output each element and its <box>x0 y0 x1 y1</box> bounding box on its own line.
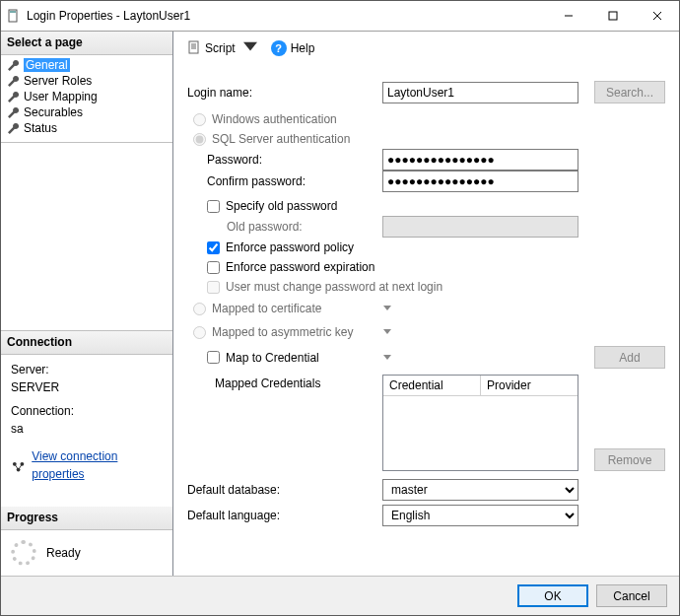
connection-props-icon <box>11 459 26 471</box>
must-change-checkbox <box>207 281 220 294</box>
wrench-icon <box>7 91 20 103</box>
progress-status: Ready <box>46 546 81 560</box>
add-button: Add <box>594 346 665 369</box>
search-button: Search... <box>594 81 665 103</box>
page-item-label: User Mapping <box>24 90 98 103</box>
map-credential-checkbox[interactable] <box>207 351 220 364</box>
old-password-field <box>382 216 578 238</box>
password-field[interactable] <box>382 149 578 171</box>
password-label: Password: <box>187 149 374 171</box>
remove-button: Remove <box>594 448 665 471</box>
progress-header: Progress <box>1 507 172 530</box>
page-item-server-roles[interactable]: Server Roles <box>3 73 170 89</box>
page-item-securables[interactable]: Securables <box>3 104 170 120</box>
cancel-button[interactable]: Cancel <box>596 584 667 607</box>
default-language-label: Default language: <box>187 509 374 522</box>
svg-rect-1 <box>10 11 16 13</box>
col-provider: Provider <box>481 376 578 396</box>
page-item-label: Server Roles <box>24 74 92 88</box>
svg-rect-3 <box>609 12 617 20</box>
enforce-expiration-label: Enforce password expiration <box>226 260 374 274</box>
script-label: Script <box>205 41 236 55</box>
map-credential-label: Map to Credential <box>226 351 319 365</box>
app-icon <box>7 9 21 23</box>
connection-body: Server: SERVER Connection: sa View conne… <box>1 355 172 487</box>
connection-header: Connection <box>1 331 172 355</box>
progress-spinner-icon <box>11 540 36 566</box>
form-body: Login name: Search... Windows authentica… <box>173 65 679 576</box>
enforce-policy-checkbox[interactable] <box>207 241 220 254</box>
page-item-general[interactable]: General <box>3 57 170 73</box>
maximize-button[interactable] <box>590 1 635 31</box>
mapped-cert-label: Mapped to certificate <box>212 302 321 315</box>
title-bar: Login Properties - LaytonUser1 <box>1 1 679 31</box>
dialog-buttons: OK Cancel <box>1 576 679 615</box>
help-button[interactable]: ? Help <box>267 37 319 59</box>
windows-auth-label: Windows authentication <box>212 112 337 126</box>
mapped-cert-radio <box>193 303 206 315</box>
ok-button[interactable]: OK <box>517 584 588 607</box>
col-credential: Credential <box>383 376 481 396</box>
view-connection-properties-link[interactable]: View connection properties <box>32 447 167 483</box>
must-change-label: User must change password at next login <box>226 280 442 294</box>
specify-old-password-checkbox[interactable] <box>207 200 220 213</box>
default-database-label: Default database: <box>187 483 374 497</box>
connection-value: sa <box>11 420 167 438</box>
server-label: Server: <box>11 361 167 378</box>
mapped-asym-combo <box>382 325 578 339</box>
login-name-field[interactable] <box>382 82 578 103</box>
window-title: Login Properties - LaytonUser1 <box>27 9 546 23</box>
toolbar: Script ? Help <box>173 32 679 65</box>
mapped-asym-radio <box>193 326 206 339</box>
sql-auth-label: SQL Server authentication <box>212 132 350 146</box>
map-credential-combo <box>382 351 578 365</box>
svg-line-10 <box>19 463 23 469</box>
script-button[interactable]: Script <box>183 37 261 60</box>
right-pane: Script ? Help Login name: Search... Wind… <box>173 32 679 576</box>
mapped-credentials-label: Mapped Credentials <box>187 375 374 390</box>
sql-auth-radio <box>193 133 206 146</box>
old-password-label: Old password: <box>187 216 374 238</box>
wrench-icon <box>7 106 20 119</box>
page-item-status[interactable]: Status <box>3 120 170 136</box>
page-list: General Server Roles User Mapping Secura… <box>1 55 172 142</box>
server-value: SERVER <box>11 378 167 396</box>
close-button[interactable] <box>635 1 679 31</box>
dropdown-arrow-icon <box>243 40 257 57</box>
minimize-button[interactable] <box>546 1 590 31</box>
progress-body: Ready <box>1 530 172 576</box>
svg-rect-11 <box>189 41 198 53</box>
default-language-select[interactable]: English <box>382 505 578 526</box>
enforce-expiration-checkbox[interactable] <box>207 261 220 274</box>
windows-auth-radio <box>193 113 206 126</box>
wrench-icon <box>7 75 20 88</box>
wrench-icon <box>7 59 20 72</box>
page-item-label: General <box>24 58 70 72</box>
left-pane: Select a page General Server Roles User … <box>1 32 173 576</box>
wrench-icon <box>7 122 20 135</box>
mapped-asym-label: Mapped to asymmetric key <box>212 325 353 339</box>
page-item-user-mapping[interactable]: User Mapping <box>3 89 170 104</box>
confirm-password-label: Confirm password: <box>187 171 374 192</box>
specify-old-password-label: Specify old password <box>226 199 337 213</box>
connection-label: Connection: <box>11 402 167 420</box>
default-database-select[interactable]: master <box>382 479 578 501</box>
login-name-label: Login name: <box>187 86 374 100</box>
select-page-header: Select a page <box>1 32 172 55</box>
help-icon: ? <box>271 40 287 56</box>
help-label: Help <box>291 41 315 55</box>
svg-line-9 <box>15 463 19 469</box>
confirm-password-field[interactable] <box>382 171 578 192</box>
script-icon <box>187 40 201 57</box>
mapped-cert-combo <box>382 302 578 315</box>
page-item-label: Status <box>24 121 57 135</box>
page-item-label: Securables <box>24 105 83 119</box>
enforce-policy-label: Enforce password policy <box>226 240 354 254</box>
mapped-credentials-table[interactable]: Credential Provider <box>382 375 578 471</box>
